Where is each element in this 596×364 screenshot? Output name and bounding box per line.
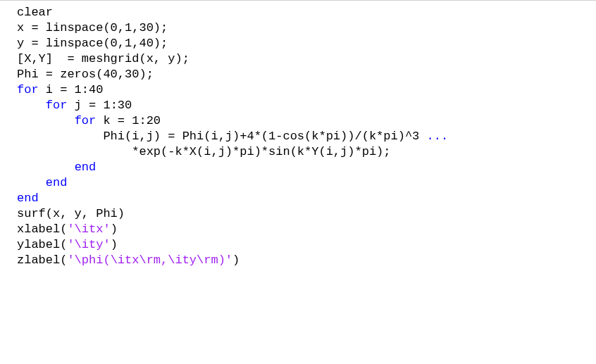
- code-line: Phi(i,j) = Phi(i,j)+4*(1-cos(k*pi))/(k*p…: [17, 129, 590, 144]
- code-token: '\ity': [67, 238, 110, 251]
- code-line: end: [17, 160, 590, 175]
- code-token: ...: [427, 130, 449, 143]
- code-token: Phi = zeros(40,30);: [17, 68, 154, 81]
- code-token: [X,Y] = meshgrid(x, y);: [17, 52, 190, 65]
- code-token: [17, 99, 46, 112]
- code-token: i = 1:40: [39, 83, 104, 96]
- code-token: *exp(-k*X(i,j)*pi)*sin(k*Y(i,j)*pi);: [17, 145, 391, 158]
- code-token: k = 1:20: [96, 114, 161, 127]
- code-line: x = linspace(0,1,30);: [17, 20, 590, 36]
- code-token: Phi(i,j) = Phi(i,j)+4*(1-cos(k*pi))/(k*p…: [17, 130, 427, 143]
- code-line: zlabel('\phi(\itx\rm,\ity\rm)'): [17, 253, 590, 268]
- code-line: for k = 1:20: [17, 113, 590, 129]
- code-token: y = linspace(0,1,40);: [17, 37, 168, 50]
- code-token: clear: [17, 6, 53, 19]
- code-token: surf(x, y, Phi): [17, 207, 125, 220]
- code-token: end: [75, 161, 97, 174]
- code-token: end: [46, 176, 68, 189]
- code-token: ylabel(: [17, 238, 67, 251]
- code-token: zlabel(: [17, 253, 67, 267]
- code-line: for j = 1:30: [17, 98, 590, 113]
- code-token: [17, 161, 75, 174]
- code-token: [17, 114, 75, 127]
- code-token: for: [75, 114, 97, 127]
- code-token: xlabel(: [17, 222, 67, 236]
- code-line: *exp(-k*X(i,j)*pi)*sin(k*Y(i,j)*pi);: [17, 144, 590, 160]
- code-token: for: [46, 99, 68, 112]
- code-token: '\phi(\itx\rm,\ity\rm)': [67, 253, 232, 267]
- code-token: j = 1:30: [67, 99, 132, 112]
- code-token: for: [17, 83, 39, 96]
- code-line: xlabel('\itx'): [17, 222, 590, 237]
- code-token: ): [111, 222, 118, 236]
- code-token: x = linspace(0,1,30);: [17, 21, 168, 34]
- code-line: for i = 1:40: [17, 82, 590, 98]
- code-token: end: [17, 192, 39, 205]
- code-line: surf(x, y, Phi): [17, 206, 590, 222]
- code-line: Phi = zeros(40,30);: [17, 67, 590, 82]
- code-line: end: [17, 175, 590, 191]
- code-token: ): [111, 238, 118, 251]
- code-token: ): [232, 253, 240, 267]
- code-line: ylabel('\ity'): [17, 237, 590, 253]
- code-token: [17, 176, 46, 189]
- code-line: end: [17, 191, 590, 206]
- code-block: clearx = linspace(0,1,30);y = linspace(0…: [0, 0, 596, 275]
- code-token: '\itx': [67, 222, 110, 236]
- code-line: [X,Y] = meshgrid(x, y);: [17, 51, 590, 67]
- code-line: y = linspace(0,1,40);: [17, 36, 590, 51]
- code-line: clear: [17, 5, 590, 20]
